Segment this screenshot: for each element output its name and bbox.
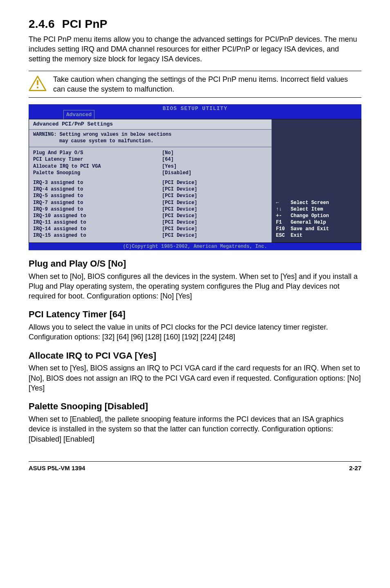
bios-irq-list: IRQ-3 assigned to [PCI Device] IRQ-4 ass…	[29, 178, 271, 242]
option-body: When set to [Yes], BIOS assigns an IRQ t…	[29, 363, 361, 393]
help-text: Select Item	[291, 206, 323, 213]
option-heading: Allocate IRQ to PCI VGA [Yes]	[29, 350, 361, 362]
bios-utility: BIOS SETUP UTILITY Advanced Advanced PCI…	[29, 104, 361, 250]
svg-point-2	[37, 87, 38, 88]
bios-help-row: ↑↓Select Item	[276, 206, 357, 213]
help-key: ←	[276, 200, 291, 206]
option-heading: Plug and Play O/S [No]	[29, 258, 361, 270]
bios-setting-row[interactable]: Palette Snooping [Disabled]	[33, 170, 267, 176]
bios-irq-row[interactable]: IRQ-7 assigned to [PCI Device]	[33, 200, 267, 206]
help-key: ↑↓	[276, 206, 291, 213]
help-text: General Help	[291, 219, 326, 226]
bios-irq-label: IRQ-4 assigned to	[33, 186, 162, 193]
bios-setting-row[interactable]: Plug And Play O/S [No]	[33, 150, 267, 156]
bios-irq-row[interactable]: IRQ-3 assigned to [PCI Device]	[33, 180, 267, 186]
help-text: Save and Exit	[291, 226, 329, 232]
section-heading: 2.4.6PCI PnP	[29, 16, 361, 32]
bios-irq-label: IRQ-9 assigned to	[33, 206, 162, 213]
section-intro: The PCI PnP menu items allow you to chan…	[29, 34, 361, 64]
bios-setting-label: Allocate IRQ to PCI VGA	[33, 163, 162, 170]
bios-irq-row[interactable]: IRQ-5 assigned to [PCI Device]	[33, 193, 267, 199]
bios-irq-label: IRQ-14 assigned to	[33, 226, 162, 232]
bios-setting-label: PCI Latency Timer	[33, 156, 162, 163]
bios-setting-value: [Yes]	[162, 163, 267, 170]
bios-setting-value: [64]	[162, 156, 267, 163]
bios-irq-row[interactable]: IRQ-10 assigned to [PCI Device]	[33, 213, 267, 219]
option-body: When set to [Enabled], the pallete snoop…	[29, 414, 361, 444]
bios-irq-value: [PCI Device]	[162, 193, 267, 199]
bios-irq-row[interactable]: IRQ-15 assigned to [PCI Device]	[33, 232, 267, 239]
bios-irq-label: IRQ-15 assigned to	[33, 232, 162, 239]
bios-setting-label: Plug And Play O/S	[33, 150, 162, 156]
caution-text: Take caution when changing the settings …	[53, 74, 361, 94]
bios-subheader: Advanced PCI/PnP Settings	[29, 119, 271, 130]
help-key: F1	[276, 219, 291, 226]
help-key: F10	[276, 226, 291, 232]
caution-block: Take caution when changing the settings …	[29, 71, 361, 98]
bios-warning-line1: WARNING: Setting wrong values in below s…	[33, 131, 267, 138]
bios-setting-value: [No]	[162, 150, 267, 156]
bios-irq-value: [PCI Device]	[162, 232, 267, 239]
bios-help-row: F10Save and Exit	[276, 226, 357, 232]
bios-irq-value: [PCI Device]	[162, 219, 267, 226]
option-heading: PCI Latency Timer [64]	[29, 308, 361, 321]
footer-product: ASUS P5L-VM 1394	[29, 464, 85, 472]
bios-help-row: +-Change Option	[276, 213, 357, 219]
bios-warning-line2: may cause system to malfunction.	[59, 138, 267, 144]
section-number: 2.4.6	[29, 18, 55, 30]
option-body: When set to [No], BIOS configures all th…	[29, 272, 361, 301]
option-body: Allows you to select the value in units …	[29, 322, 361, 342]
bios-settings-list: Plug And Play O/S [No] PCI Latency Timer…	[29, 147, 271, 178]
bios-irq-row[interactable]: IRQ-4 assigned to [PCI Device]	[33, 186, 267, 193]
bios-help-row: F1General Help	[276, 219, 357, 226]
bios-setting-row[interactable]: PCI Latency Timer [64]	[33, 156, 267, 163]
bios-help-pane: ←Select Screen ↑↓Select Item +-Change Op…	[272, 119, 361, 242]
bios-setting-value: [Disabled]	[162, 170, 267, 176]
help-text: Change Option	[291, 213, 329, 219]
bios-left-pane: Advanced PCI/PnP Settings WARNING: Setti…	[29, 119, 272, 242]
bios-irq-label: IRQ-3 assigned to	[33, 180, 162, 186]
bios-setting-row[interactable]: Allocate IRQ to PCI VGA [Yes]	[33, 163, 267, 170]
bios-irq-value: [PCI Device]	[162, 206, 267, 213]
help-text: Select Screen	[291, 200, 329, 206]
bios-irq-row[interactable]: IRQ-14 assigned to [PCI Device]	[33, 226, 267, 232]
bios-irq-value: [PCI Device]	[162, 226, 267, 232]
bios-irq-value: [PCI Device]	[162, 180, 267, 186]
bios-help-row: ←Select Screen	[276, 200, 357, 206]
caution-icon	[29, 75, 48, 94]
svg-rect-1	[37, 80, 38, 85]
bios-copyright: (C)Copyright 1985-2002, American Megatre…	[29, 243, 361, 250]
bios-irq-label: IRQ-11 assigned to	[33, 219, 162, 226]
bios-irq-value: [PCI Device]	[162, 186, 267, 193]
bios-header: BIOS SETUP UTILITY Advanced	[29, 104, 361, 119]
bios-setting-label: Palette Snooping	[33, 170, 162, 176]
help-key: +-	[276, 213, 291, 219]
bios-irq-label: IRQ-5 assigned to	[33, 193, 162, 199]
bios-tab-advanced[interactable]: Advanced	[63, 110, 94, 119]
bios-warning: WARNING: Setting wrong values in below s…	[29, 130, 271, 147]
help-key: ESC	[276, 232, 291, 239]
bios-irq-value: [PCI Device]	[162, 213, 267, 219]
help-text: Exit	[291, 232, 303, 239]
section-title: PCI PnP	[62, 18, 108, 30]
bios-irq-label: IRQ-7 assigned to	[33, 200, 162, 206]
bios-irq-row[interactable]: IRQ-9 assigned to [PCI Device]	[33, 206, 267, 213]
bios-help-row: ESCExit	[276, 232, 357, 239]
option-heading: Palette Snooping [Disabled]	[29, 400, 361, 413]
bios-irq-value: [PCI Device]	[162, 200, 267, 206]
footer-page-number: 2-27	[349, 464, 361, 472]
bios-irq-label: IRQ-10 assigned to	[33, 213, 162, 219]
page-footer: ASUS P5L-VM 1394 2-27	[29, 461, 361, 472]
bios-irq-row[interactable]: IRQ-11 assigned to [PCI Device]	[33, 219, 267, 226]
